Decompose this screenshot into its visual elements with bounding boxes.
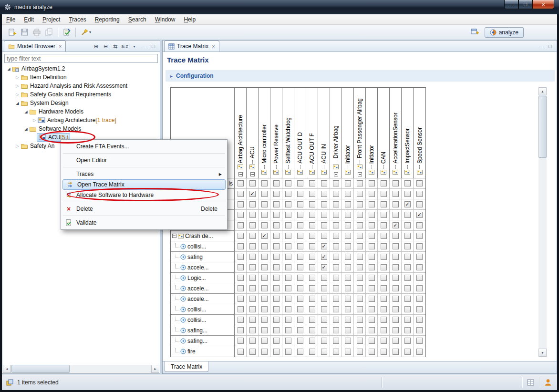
matrix-cell[interactable] (318, 189, 330, 199)
checkbox-unchecked[interactable] (369, 338, 375, 344)
checkbox-unchecked[interactable] (393, 275, 399, 281)
matrix-cell[interactable] (354, 178, 366, 189)
matrix-cell[interactable] (318, 325, 330, 336)
matrix-cell[interactable] (235, 346, 247, 357)
checkbox-unchecked[interactable] (297, 327, 303, 333)
matrix-cell[interactable] (390, 178, 402, 189)
checkbox-unchecked[interactable] (333, 338, 339, 344)
matrix-cell[interactable] (354, 325, 366, 336)
checkbox-unchecked[interactable] (357, 212, 363, 218)
matrix-cell[interactable]: ✓ (402, 199, 414, 210)
matrix-cell[interactable] (294, 210, 306, 220)
matrix-cell[interactable] (366, 189, 378, 199)
menu-traces[interactable]: Traces (64, 14, 90, 24)
checkbox-unchecked[interactable] (238, 275, 244, 281)
checkbox-unchecked[interactable] (249, 201, 256, 207)
checkbox-unchecked[interactable] (309, 317, 315, 323)
matrix-cell[interactable] (247, 315, 259, 325)
link-with-editor-icon[interactable]: ⇆ (111, 42, 119, 51)
matrix-cell[interactable] (390, 231, 402, 241)
scrollbar-thumb[interactable] (538, 96, 547, 158)
checkbox-unchecked[interactable] (261, 254, 268, 260)
matrix-column-selftest-watchdog[interactable]: Selftest Watchdog (282, 88, 294, 178)
matrix-cell[interactable] (378, 315, 390, 325)
user-status-icon[interactable] (544, 378, 552, 387)
matrix-cell[interactable] (294, 231, 306, 241)
checkbox-unchecked[interactable] (357, 264, 363, 270)
checkbox-unchecked[interactable] (369, 327, 375, 333)
matrix-cell[interactable] (342, 346, 354, 357)
matrix-cell[interactable] (390, 304, 402, 315)
matrix-cell[interactable] (235, 273, 247, 283)
checkbox-unchecked[interactable] (309, 264, 315, 270)
matrix-cell[interactable] (378, 262, 390, 273)
matrix-row-header[interactable]: accele... (171, 294, 235, 304)
matrix-cell[interactable] (354, 210, 366, 220)
collapsed-arrow-icon[interactable]: ▷ (14, 83, 21, 88)
checkbox-unchecked[interactable] (345, 201, 351, 207)
matrix-cell[interactable] (259, 262, 270, 273)
matrix-cell[interactable] (247, 220, 259, 231)
checkbox-unchecked[interactable] (357, 254, 363, 260)
context-menu-item-open-editor[interactable]: Open Editor (62, 155, 226, 165)
checkbox-unchecked[interactable] (273, 275, 280, 281)
checkbox-unchecked[interactable] (285, 243, 291, 249)
expand-all-icon[interactable]: ⊞ (92, 42, 100, 51)
matrix-cell[interactable] (330, 252, 342, 262)
tree-item-hardware-models[interactable]: ◢Hardware Models (3, 107, 159, 116)
checkbox-unchecked[interactable] (261, 201, 268, 207)
matrix-cell[interactable] (390, 210, 402, 220)
checkbox-unchecked[interactable] (416, 180, 423, 186)
checkbox-unchecked[interactable] (381, 327, 387, 333)
checkbox-unchecked[interactable] (297, 212, 303, 218)
matrix-cell[interactable] (235, 241, 247, 252)
checkbox-unchecked[interactable] (404, 296, 411, 302)
checkbox-unchecked[interactable] (297, 285, 303, 291)
matrix-cell[interactable] (378, 294, 390, 304)
checkbox-checked[interactable]: ✓ (249, 191, 256, 197)
matrix-cell[interactable] (342, 273, 354, 283)
checkbox-unchecked[interactable] (309, 349, 315, 355)
matrix-cell[interactable] (294, 220, 306, 231)
matrix-cell[interactable] (282, 336, 294, 346)
matrix-cell[interactable] (342, 252, 354, 262)
save-button[interactable] (18, 27, 31, 38)
checkbox-unchecked[interactable] (393, 296, 399, 302)
matrix-cell[interactable] (318, 294, 330, 304)
checkbox-unchecked[interactable] (321, 180, 327, 186)
matrix-cell[interactable] (259, 220, 270, 231)
checkbox-unchecked[interactable] (369, 306, 375, 312)
bottom-tab-trace-matrix[interactable]: Trace Matrix (165, 361, 208, 372)
checkbox-unchecked[interactable] (333, 212, 339, 218)
matrix-cell[interactable] (235, 178, 247, 189)
matrix-cell[interactable] (390, 315, 402, 325)
checkbox-unchecked[interactable] (273, 296, 280, 302)
matrix-cell[interactable] (235, 283, 247, 294)
checkbox-unchecked[interactable] (238, 264, 244, 270)
checkbox-unchecked[interactable] (261, 317, 268, 323)
checkbox-unchecked[interactable] (369, 243, 375, 249)
expanded-arrow-icon[interactable]: ◢ (23, 110, 29, 114)
matrix-cell[interactable] (235, 294, 247, 304)
checkbox-unchecked[interactable] (321, 306, 327, 312)
expanded-arrow-icon[interactable]: ◢ (23, 127, 29, 131)
checkbox-unchecked[interactable] (297, 243, 303, 249)
matrix-column-acu-out-f[interactable]: ACU OUT F (306, 88, 318, 178)
matrix-cell[interactable] (342, 189, 354, 199)
matrix-cell[interactable] (330, 315, 342, 325)
matrix-cell[interactable] (247, 304, 259, 315)
checkbox-unchecked[interactable] (333, 180, 339, 186)
matrix-cell[interactable] (294, 304, 306, 315)
matrix-cell[interactable] (354, 336, 366, 346)
checkbox-unchecked[interactable] (345, 191, 351, 197)
checkbox-unchecked[interactable] (404, 275, 411, 281)
matrix-cell[interactable] (330, 220, 342, 231)
checkbox-unchecked[interactable] (309, 233, 315, 239)
matrix-cell[interactable] (330, 262, 342, 273)
checkbox-unchecked[interactable] (238, 327, 244, 333)
matrix-cell[interactable] (402, 336, 414, 346)
matrix-cell[interactable] (306, 346, 318, 357)
checkbox-unchecked[interactable] (357, 327, 363, 333)
checkbox-unchecked[interactable] (297, 222, 303, 228)
collapsed-arrow-icon[interactable]: ▷ (14, 144, 21, 148)
